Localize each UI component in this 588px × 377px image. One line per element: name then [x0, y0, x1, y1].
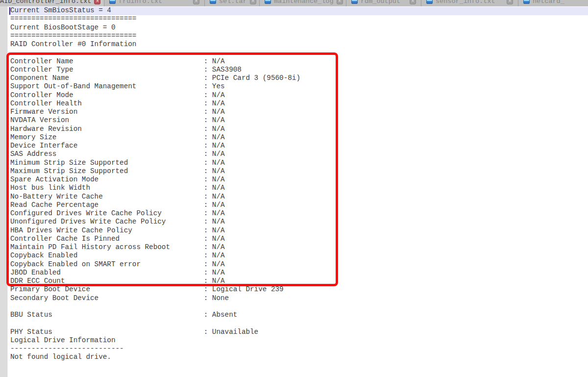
key-value-separator: : [204, 218, 212, 226]
field-value: Yes [212, 82, 225, 90]
tab-sensor-info-txt[interactable]: sensor_info.txt✕ [421, 0, 518, 6]
tab-row: RAID_controller_info.txt✕fruinfo.txt✕sel… [0, 0, 588, 6]
field-key: BBU Status [10, 311, 204, 319]
tab-close-icon[interactable]: ✕ [193, 0, 199, 4]
editor-line: Controller Name: N/A [10, 57, 588, 66]
line-text: RAID Controller #0 Information [10, 40, 136, 48]
tab-netcard-[interactable]: netcard_✕ [518, 0, 588, 6]
editor-window: RAID_controller_info.txt✕fruinfo.txt✕sel… [0, 0, 588, 377]
key-value-separator: : [204, 184, 212, 192]
field-value: N/A [212, 150, 225, 158]
key-value-separator: : [204, 100, 212, 107]
key-value-separator: : [204, 277, 212, 285]
editor-line: DDR ECC Count: N/A [10, 277, 588, 285]
key-value-separator: : [204, 235, 212, 243]
tab-label: sensor_info.txt [436, 0, 495, 5]
editor-line: Memory Size: N/A [10, 133, 588, 142]
editor-line: BBU Status: Absent [10, 311, 588, 319]
line-text: ============================== [10, 32, 136, 40]
tab-close-icon[interactable]: ✕ [410, 0, 416, 4]
key-value-separator: : [204, 108, 212, 116]
tab-maintenance-log[interactable]: maintenance_log✕ [260, 0, 346, 6]
editor-line: Controller Health: N/A [10, 100, 588, 108]
editor-text-area[interactable]: Current SmBiosStatus = 4================… [10, 6, 588, 377]
tab-label: netcard_ [533, 0, 564, 5]
editor-line: JBOD Enabled: N/A [10, 269, 588, 277]
tab-label: fruinfo.txt [119, 0, 162, 5]
field-key: Controller Cache Is Pinned [10, 235, 204, 243]
field-value: Absent [212, 311, 237, 319]
editor-line: Hardware Revision: N/A [10, 125, 588, 133]
key-value-separator: : [204, 66, 212, 74]
editor-line: Component Name: PCIe Card 3 (9560-8i) [10, 74, 588, 82]
editor-line: PHY Status: Unavailable [10, 328, 588, 336]
field-key: HBA Drives Write Cache Policy [10, 226, 204, 235]
field-key: No-Battery Write Cache [10, 193, 204, 201]
field-value: N/A [212, 251, 225, 259]
field-value: N/A [212, 108, 225, 116]
tab-close-icon[interactable]: ✕ [250, 0, 256, 4]
editor-line: HBA Drives Write Cache Policy: N/A [10, 226, 588, 235]
field-key: DDR ECC Count [10, 277, 204, 285]
field-value: N/A [212, 218, 225, 226]
tab-raid-controller-info-txt[interactable]: RAID_controller_info.txt✕ [0, 0, 104, 6]
editor-line: SAS Address: N/A [10, 150, 588, 158]
editor-line: NVDATA Version: N/A [10, 116, 588, 125]
tab-close-icon[interactable]: ✕ [507, 0, 513, 4]
line-text: Current SmBiosStatus = 4 [10, 6, 111, 14]
line-text: --------------------------- [10, 345, 124, 352]
field-value: N/A [212, 235, 225, 243]
line-text: ============================== [10, 15, 136, 23]
editor-line: Secondary Boot Device: None [10, 294, 588, 302]
tab-sel-tar[interactable]: sel.tar✕ [205, 0, 260, 6]
field-value: N/A [212, 269, 225, 276]
editor-line: Copyback Enabled on SMART error: N/A [10, 260, 588, 269]
field-key: Secondary Boot Device [10, 294, 204, 302]
field-key: Copyback Enabled on SMART error [10, 260, 204, 269]
tab-bar: RAID_controller_info.txt✕fruinfo.txt✕sel… [0, 0, 588, 6]
key-value-separator: : [204, 251, 212, 259]
tab-close-icon[interactable]: ✕ [94, 0, 100, 4]
field-value: N/A [212, 201, 225, 209]
key-value-separator: : [204, 176, 212, 183]
editor-line: Host bus link Width: N/A [10, 184, 588, 192]
field-key: Component Name [10, 74, 204, 82]
field-key: Support Out-of-Band Management [10, 82, 204, 91]
key-value-separator: : [204, 74, 212, 82]
field-value: N/A [212, 184, 225, 192]
key-value-separator: : [204, 209, 212, 217]
tab-rdm-output[interactable]: rdm_output✕ [346, 0, 421, 6]
editor-line: Read Cache Percentage: N/A [10, 201, 588, 209]
key-value-separator: : [204, 226, 212, 234]
line-text: Logical Drive Information [10, 336, 116, 344]
key-value-separator: : [204, 328, 212, 336]
field-value: None [212, 294, 229, 302]
editor-line: Maximum Strip Size Supported: N/A [10, 167, 588, 176]
field-value: N/A [212, 100, 225, 107]
key-value-separator: : [204, 269, 212, 276]
field-value: N/A [212, 159, 225, 167]
field-key: Hardware Revision [10, 125, 204, 133]
editor-margin [0, 6, 8, 377]
line-text: Current BiosBootStage = 0 [10, 24, 116, 31]
editor-line: Not found logical drive. [10, 353, 588, 361]
tab-close-icon[interactable]: ✕ [337, 0, 343, 4]
tab-fruinfo-txt[interactable]: fruinfo.txt✕ [104, 0, 205, 6]
field-key: JBOD Enabled [10, 269, 204, 277]
key-value-separator: : [204, 142, 212, 150]
field-key: Device Interface [10, 142, 204, 150]
editor-line: Device Interface: N/A [10, 142, 588, 150]
key-value-separator: : [204, 193, 212, 201]
field-key: Maximum Strip Size Supported [10, 167, 204, 176]
editor-line: Spare Activation Mode: N/A [10, 176, 588, 184]
key-value-separator: : [204, 201, 212, 209]
editor-line [10, 319, 588, 327]
field-value: N/A [212, 260, 225, 268]
field-value: N/A [212, 167, 225, 175]
field-value: N/A [212, 116, 225, 124]
field-value: N/A [212, 133, 225, 141]
editor-line: Firmware Version: N/A [10, 108, 588, 116]
editor-line: Logical Drive Information [10, 336, 588, 345]
editor-line: Unonfigured Drives Write Cache Policy: N… [10, 218, 588, 226]
editor-line [10, 49, 588, 57]
